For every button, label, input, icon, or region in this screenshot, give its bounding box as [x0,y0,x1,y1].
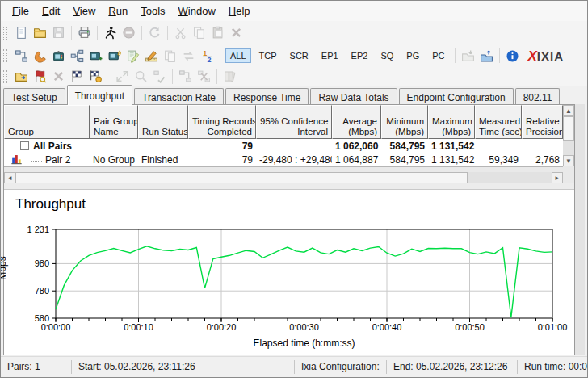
tab-endpoint-configuration[interactable]: Endpoint Configuration [399,88,514,105]
filter-button-ep2[interactable]: EP2 [346,48,373,63]
toolbar-grip[interactable] [3,70,7,83]
table-scroll-up-button[interactable]: ▲ [563,105,574,116]
status-ixia-config: Ixia Configuration: [295,360,387,374]
cell-ci: -29,480 : +29,480 [256,154,332,166]
tab-raw-data-totals[interactable]: Raw Data Totals [310,88,397,105]
export-results-icon[interactable] [477,48,496,65]
toolbar-separator [220,48,220,63]
chart-title: Throughput [15,196,86,212]
save-test-icon [49,24,68,41]
tab-802-11[interactable]: 802.11 [515,88,561,105]
status-pairs: Pairs: 1 [1,360,72,374]
table-header-row: GroupPair GroupNameRun StatusTiming Reco… [4,105,563,139]
table-row-pair[interactable]: Pair 2No GroupFinished79-29,480 : +29,48… [4,153,563,166]
toolbar-grip[interactable] [3,27,7,40]
run-test-icon[interactable] [101,24,120,41]
import-results-icon [459,48,477,65]
cell-label: Pair 2 [4,152,90,168]
reload-icon [145,24,164,41]
filter-button-scr[interactable]: SCR [285,48,313,63]
x-tick-label: 0:00:40 [372,322,402,332]
swap-endpoints-icon [179,48,198,65]
table-scroll-left-button[interactable]: ◄ [4,172,15,183]
column-header-pair-group-name[interactable]: Pair GroupName [90,105,138,139]
menu-edit[interactable]: Edit [36,2,66,19]
toolbar-pairs: 12ALLTCPSCREP1EP2SQPGPCXIXIA· [1,44,587,68]
menu-tools[interactable]: Tools [134,2,171,19]
pair-numbering-icon[interactable]: 12 [198,48,216,65]
add-multicast-group-icon[interactable] [68,48,86,65]
review-results-icon[interactable] [86,68,105,85]
menu-help[interactable]: Help [222,2,257,19]
cell-max: 1 131,542 [428,154,475,166]
column-header-group[interactable]: Group [4,105,90,139]
menu-view[interactable]: View [66,2,102,19]
toolbar-main [1,21,587,45]
cell-avg: 1 064,887 [332,154,381,166]
filter-button-pc[interactable]: PC [427,48,449,63]
replicate-pair-icon [161,48,179,65]
status-start: Start: 05.02.2026, 23:11:26 [72,360,295,374]
menu-window[interactable]: Window [172,2,222,19]
add-video-pair-icon[interactable] [49,48,68,65]
y-tick-label: 1 231 [27,225,49,234]
filter-button-all[interactable]: ALL [225,48,251,63]
filter-button-tcp[interactable]: TCP [254,48,282,63]
ixia-logo-mark: · [564,49,565,56]
table-row-all-pairs[interactable]: All Pairs791 062,060584,7951 131,542 [4,139,563,153]
table-scroll-down-button[interactable]: ▼ [563,155,574,166]
filter-button-sq[interactable]: SQ [376,48,398,63]
y-tick-label: 580 [35,313,49,323]
toolbar-separator [141,26,142,40]
add-voip-pair-icon[interactable] [31,48,49,65]
svg-text:1: 1 [203,49,207,57]
add-pair-icon[interactable] [12,48,31,65]
column-header-timing-records-completed[interactable]: Timing RecordsCompleted [188,105,256,139]
discard-results-icon [49,68,68,85]
menu-run[interactable]: Run [102,2,134,19]
toolbar-separator [216,69,217,84]
ixia-logo: XIXIA· [528,49,566,63]
toolbar-grip[interactable] [3,49,7,62]
column-header-measured-time-sec-[interactable]: MeasuredTime (sec) [475,105,522,139]
pane-splitter[interactable] [4,183,574,189]
column-header-average-mbps-[interactable]: Average(Mbps) [332,105,381,139]
menu-file[interactable]: File [6,2,36,19]
table-vscroll-thumb[interactable] [563,116,574,141]
x-axis-label: Elapsed time (h:mm:ss) [253,338,355,349]
open-test-icon[interactable] [31,24,49,41]
x-tick-label: 0:00:00 [41,322,71,332]
pair-chart-icon [10,152,23,168]
ixia-logo-text: IXIA [537,49,564,63]
print-icon[interactable] [75,24,94,41]
column-header-maximum-mbps-[interactable]: Maximum(Mbps) [428,105,475,139]
results-report-icon[interactable] [31,68,49,85]
collapse-group-button[interactable] [20,141,29,150]
edit-pair-icon[interactable] [124,48,142,65]
table-hscroll-thumb[interactable] [15,172,468,183]
add-video-multicast-icon[interactable] [86,48,105,65]
tab-transaction-rate[interactable]: Transaction Rate [134,88,224,105]
column-header-95-confidence-interval[interactable]: 95% ConfidenceInterval [256,105,332,139]
cell-min: 584,795 [381,154,428,166]
open-results-icon[interactable] [12,68,31,85]
tab-test-setup[interactable]: Test Setup [3,88,65,105]
tab-throughput[interactable]: Throughput [67,85,132,105]
column-header-relative-precision[interactable]: RelativePrecision [522,105,563,139]
validate-results-icon [150,68,169,85]
status-bar: Pairs: 1Start: 05.02.2026, 23:11:26Ixia … [1,356,587,377]
pair-properties-icon[interactable] [142,48,161,65]
filter-button-ep1[interactable]: EP1 [317,48,343,63]
new-test-icon[interactable] [12,24,31,41]
toolbar-separator [97,26,98,40]
add-hardware-pair-icon[interactable] [105,48,124,65]
group-label: All Pairs [33,141,72,152]
tab-response-time[interactable]: Response Time [225,88,309,105]
info-icon[interactable] [503,48,522,65]
column-header-minimum-mbps-[interactable]: Minimum(Mbps) [381,105,428,139]
table-scroll-right-button[interactable]: ► [552,172,563,183]
stop-test-icon [120,24,138,41]
column-header-run-status[interactable]: Run Status [138,105,188,139]
filter-button-pg[interactable]: PG [401,48,424,63]
compare-results-icon[interactable] [68,68,86,85]
